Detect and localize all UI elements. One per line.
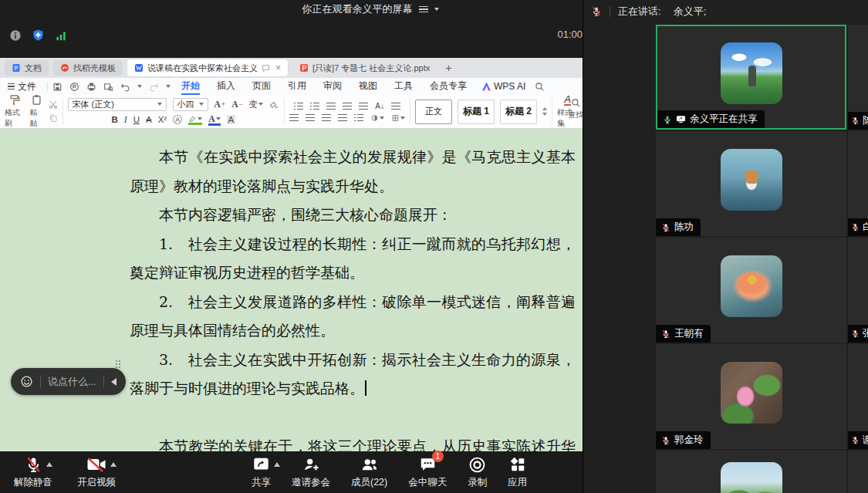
participant-tile-clipped[interactable]: 谢 [848,344,868,449]
participant-tile-clipped[interactable] [848,451,868,493]
menu-view[interactable]: 视图 [359,78,377,95]
print-icon[interactable] [86,82,96,92]
show-marks-icon[interactable] [391,103,400,110]
paste-button[interactable]: 粘贴 [30,95,43,129]
bullet-list-icon[interactable] [294,103,303,110]
italic-button[interactable]: I [124,115,127,124]
layout-switch-icon[interactable] [419,6,428,13]
clear-format-icon[interactable] [269,100,279,109]
participant-tile-clipped[interactable]: 白 [848,131,868,236]
style-normal[interactable]: 正文 [415,100,452,124]
increase-indent-icon[interactable] [359,103,368,110]
style-heading2[interactable]: 标题 2 [500,100,537,124]
font-size-select[interactable]: 小四 [173,98,208,111]
record-button[interactable]: 录制 [468,455,487,489]
wps-ai-button[interactable]: WPS AI [482,81,525,92]
align-left-icon[interactable] [289,114,299,121]
share-screen-button[interactable]: 共享 [252,455,271,489]
invite-button[interactable]: 邀请参会 [292,455,330,489]
doc-paragraph[interactable]: 1. 社会主义建设过程的长期性：纠正一蹴而就的乌托邦幻想，奠定辩证审视历史进程的… [130,230,576,288]
highlight-pen-button[interactable] [188,115,202,125]
sort-icon[interactable]: A↓ [375,102,384,110]
apps-button[interactable]: 应用 [508,455,527,489]
char-border-button[interactable]: A [173,115,182,124]
multilevel-list-icon[interactable] [326,103,336,110]
underline-button[interactable]: U [133,115,140,124]
font-name-select[interactable]: 宋体 (正文) [68,98,167,111]
style-heading1[interactable]: 标题 1 [458,100,495,124]
new-tab-button[interactable]: + [441,62,455,74]
info-icon[interactable] [9,29,22,42]
menu-reference[interactable]: 引用 [288,78,306,95]
align-center-icon[interactable] [306,114,315,121]
menu-page[interactable]: 页面 [252,78,271,95]
line-spacing-icon[interactable] [354,114,363,121]
doc-paragraph[interactable]: 2. 社会主义发展道路的多样性：破除单一模式迷信，阐释普遍原理与具体国情结合的必… [130,288,576,346]
network-signal-icon[interactable] [55,30,67,42]
menu-tools[interactable]: 工具 [394,78,413,95]
bold-button[interactable]: B [112,115,118,124]
redo-icon[interactable] [149,82,159,92]
doc-paragraph[interactable]: 本节《在实践中探索社会主义的发展规律》是《马克思主义基本原理》教材的理论落脚点与… [130,143,576,201]
cut-icon[interactable] [49,100,58,110]
close-tab-icon[interactable]: × [275,62,281,73]
search-icon[interactable] [535,82,545,92]
align-right-icon[interactable] [322,114,331,121]
document-area[interactable]: 本节《在实践中探索社会主义的发展规律》是《马克思主义基本原理》教材的理论落脚点与… [0,129,583,451]
participant-tile-sharing[interactable]: 余义平正在共享 [656,25,846,130]
security-shield-icon[interactable] [32,29,45,42]
menu-member[interactable]: 会员专享 [430,78,467,95]
find-replace-button[interactable]: 查找 [569,98,583,120]
participant-tile[interactable]: 陈功 [656,131,846,236]
chevron-down-icon[interactable] [434,8,439,11]
copy-icon[interactable] [49,113,58,123]
participant-tile-clipped[interactable]: 张 [848,238,868,343]
decrease-indent-icon[interactable] [343,103,352,110]
menu-insert[interactable]: 插入 [217,78,235,95]
emoji-icon[interactable] [20,375,33,388]
strikethrough-button[interactable]: A [146,115,152,124]
export-pdf-icon[interactable] [69,82,79,92]
quickbar-more-icon[interactable] [166,85,171,88]
numbered-list-icon[interactable] [310,103,319,110]
tab-ppt-readonly[interactable]: [只读]7 专题七 社会主义论.pptx [292,60,437,76]
align-justify-icon[interactable] [338,114,347,121]
tab-writer-document-active[interactable]: 说课稿在实践中探索社会主义 × [127,59,288,76]
superscript-button[interactable]: X² [158,115,167,124]
file-menu[interactable]: 文件 [0,80,42,93]
comment-icon[interactable] [262,64,270,73]
borders-icon[interactable] [391,114,405,122]
chat-input-placeholder[interactable]: 说点什么... [48,375,96,389]
format-painter-button[interactable]: 格式刷 [5,95,25,129]
members-button[interactable]: 成员(22) [351,455,387,489]
doc-paragraph[interactable]: 本节教学的关键在于，将这三个理论要点，从历史事实陈述升华为规律性的认识，并与新时… [130,432,576,452]
menu-review[interactable]: 审阅 [323,78,342,95]
chat-quick-input[interactable]: 说点什么... [11,368,126,395]
undo-dropdown-icon[interactable] [137,85,142,88]
save-icon[interactable] [52,82,62,92]
camera-options-caret[interactable] [110,462,117,467]
participant-tile-clipped[interactable]: 陈 [848,25,868,130]
doc-paragraph[interactable]: 本节内容逻辑严密，围绕三大核心命题展开： [130,201,576,230]
collapse-chat-icon[interactable] [111,378,117,386]
start-video-button[interactable]: 开启视频 [77,455,116,489]
undo-icon[interactable] [120,82,130,92]
shading-icon[interactable] [370,114,384,122]
chat-pill-drag-handle[interactable] [115,360,121,368]
participant-tile[interactable] [656,451,846,493]
print-preview-icon[interactable] [103,82,113,92]
menu-home[interactable]: 开始 [181,78,200,95]
shrink-font-button[interactable]: A− [231,100,243,109]
participant-tile[interactable]: 郭金玲 [656,344,846,449]
text-effect-button[interactable]: 变 [249,99,264,110]
doc-paragraph[interactable]: 3. 社会主义在实践中开拓创新：揭示社会主义生命力的源泉，落脚于与时俱进的理论与… [130,346,576,404]
tab-home[interactable]: 文档 [5,60,49,76]
share-options-caret[interactable] [274,462,280,467]
chat-button[interactable]: 1 会中聊天 [408,455,447,489]
styles-scroll[interactable] [542,107,547,116]
mic-options-caret[interactable] [46,462,52,467]
grow-font-button[interactable]: A+ [214,100,226,109]
char-shading-button[interactable]: A [227,115,236,124]
participant-tile[interactable]: 王朝有 [656,238,846,343]
font-color-button[interactable]: A [208,114,220,126]
